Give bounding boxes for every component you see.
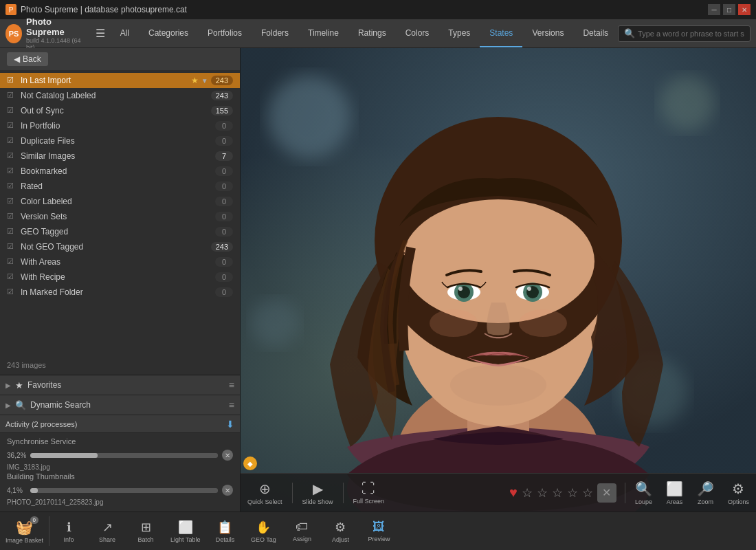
toolbar-separator [292, 483, 293, 503]
state-item-similar-images[interactable]: ☑ Similar Images 7 [0, 148, 240, 164]
back-chevron-icon: ◀ [14, 54, 20, 64]
state-item-not-catalog-labeled[interactable]: ☑ Not Catalog Labeled 243 [0, 88, 240, 103]
state-item-rated[interactable]: ☑ Rated 0 [0, 179, 240, 194]
maximize-button[interactable]: □ [723, 4, 735, 15]
full-screen-label: Full Screen [353, 498, 385, 505]
reject-button[interactable]: ✕ [597, 483, 616, 503]
tab-versions[interactable]: Versions [522, 19, 573, 47]
share-label: Share [99, 536, 115, 543]
image-basket-button[interactable]: 🧺 0 Image Basket [0, 512, 49, 550]
count-badge: 0 [215, 197, 233, 206]
state-item-not-geo-tagged[interactable]: ☑ Not GEO Tagged 243 [0, 239, 240, 254]
photo-display: ◆ [241, 48, 756, 512]
preview-label: Preview [368, 536, 390, 542]
state-item-color-labeled[interactable]: ☑ Color Labeled 0 [0, 194, 240, 209]
tab-portfolios[interactable]: Portfolios [198, 19, 252, 47]
states-list: ☑ In Last Import ★ ▼ 243 ☑ Not Catalog L… [0, 70, 240, 355]
info-button[interactable]: ℹ Info [49, 512, 88, 550]
share-button[interactable]: ↗ Share [88, 512, 126, 550]
tab-details[interactable]: Details [573, 19, 618, 47]
assign-button[interactable]: 🏷 Assign [282, 512, 321, 550]
state-item-with-recipe[interactable]: ☑ With Recipe 0 [0, 270, 240, 285]
areas-button[interactable]: ⬜ Areas [659, 474, 690, 512]
app-logo: PS [5, 24, 22, 43]
adjust-button[interactable]: ⚙ Adjust [321, 512, 359, 550]
state-label: Similar Images [21, 151, 215, 161]
count-badge: 0 [215, 166, 233, 176]
activity-label: Activity (2 processes) [5, 420, 226, 428]
state-item-in-marked-folder[interactable]: ☑ In Marked Folder 0 [0, 285, 240, 300]
light-table-icon: ⬜ [178, 520, 193, 535]
state-item-in-portfolio[interactable]: ☑ In Portfolio 0 [0, 118, 240, 133]
main-layout: ◀ Back ☑ In Last Import ★ ▼ 243 ☑ Not Ca… [0, 48, 756, 512]
check-icon: ☑ [7, 151, 16, 161]
state-item-in-last-import[interactable]: ☑ In Last Import ★ ▼ 243 [0, 73, 240, 88]
state-item-with-areas[interactable]: ☑ With Areas 0 [0, 254, 240, 270]
dynamic-search-toggle-icon: ▶ [5, 402, 11, 409]
tab-colors[interactable]: Colors [396, 19, 439, 47]
zoom-button[interactable]: 🔎 Zoom [690, 474, 721, 512]
progress-cancel-1[interactable]: ✕ [222, 450, 233, 461]
search-area[interactable]: 🔍 [618, 25, 751, 42]
favorites-menu-icon[interactable]: ≡ [229, 380, 234, 390]
close-button[interactable]: ✕ [738, 4, 751, 15]
state-label: Rated [21, 182, 215, 191]
adjust-label: Adjust [332, 536, 349, 543]
state-item-geo-tagged[interactable]: ☑ GEO Tagged 0 [0, 224, 240, 239]
light-table-button[interactable]: ⬜ Light Table [165, 512, 205, 550]
tab-all[interactable]: All [111, 19, 139, 47]
slide-show-button[interactable]: ▶ Slide Show [296, 474, 340, 512]
check-icon: ☑ [7, 182, 16, 191]
loupe-button[interactable]: 🔍 Loupe [628, 474, 659, 512]
favorites-panel-header[interactable]: ▶ ★ Favorites ≡ [0, 375, 240, 395]
state-item-version-sets[interactable]: ☑ Version Sets 0 [0, 209, 240, 224]
progress-row-2: 4,1% ✕ [7, 485, 233, 496]
heart-button[interactable]: ♥ [509, 485, 518, 500]
favorites-toggle-icon: ▶ [5, 382, 11, 389]
state-item-out-of-sync[interactable]: ☑ Out of Sync 155 [0, 103, 240, 118]
check-icon: ☑ [7, 91, 16, 100]
tab-timeline[interactable]: Timeline [298, 19, 348, 47]
tab-folders[interactable]: Folders [252, 19, 298, 47]
search-input[interactable] [638, 30, 744, 38]
details-button[interactable]: 📋 Details [205, 512, 244, 550]
options-button[interactable]: ⚙ Options [721, 474, 756, 512]
quick-select-button[interactable]: ⊕ Quick Select [241, 474, 289, 512]
star-4-button[interactable]: ☆ [567, 485, 578, 500]
portrait-image [241, 48, 756, 512]
areas-icon: ⬜ [666, 481, 683, 497]
search-icon: 🔍 [624, 28, 635, 38]
tab-categories[interactable]: Categories [139, 19, 198, 47]
tab-types[interactable]: Types [438, 19, 480, 47]
adjust-icon: ⚙ [335, 520, 346, 535]
hamburger-menu[interactable]: ☰ [96, 27, 105, 40]
loupe-label: Loupe [635, 498, 652, 505]
minimize-button[interactable]: ─ [708, 4, 720, 15]
batch-button[interactable]: ⊞ Batch [126, 512, 165, 550]
dynamic-search-panel-header[interactable]: ▶ 🔍 Dynamic Search ≡ [0, 395, 240, 415]
state-item-bookmarked[interactable]: ☑ Bookmarked 0 [0, 164, 240, 179]
back-button[interactable]: ◀ Back [7, 52, 48, 66]
back-label: Back [23, 54, 41, 64]
options-label: Options [728, 498, 749, 505]
preview-button[interactable]: 🖼 Preview [359, 512, 398, 550]
window-controls: ─ □ ✕ [708, 4, 751, 15]
star-2-button[interactable]: ☆ [537, 485, 548, 500]
state-label: With Areas [21, 257, 215, 267]
star-5-button[interactable]: ☆ [582, 485, 593, 500]
tab-states[interactable]: States [480, 19, 522, 47]
progress-cancel-2[interactable]: ✕ [222, 485, 233, 496]
sidebar-bottom: ▶ ★ Favorites ≡ ▶ 🔍 Dynamic Search ≡ Act… [0, 375, 240, 512]
geo-tag-button[interactable]: ✋ GEO Tag [244, 512, 282, 550]
batch-label: Batch [138, 536, 154, 543]
check-icon: ☑ [7, 212, 16, 221]
star-icon: ★ [191, 76, 199, 85]
state-item-duplicate-files[interactable]: ☑ Duplicate Files 0 [0, 133, 240, 148]
star-3-button[interactable]: ☆ [552, 485, 563, 500]
count-badge: 243 [211, 76, 233, 85]
dynamic-search-menu-icon[interactable]: ≡ [229, 399, 234, 410]
full-screen-button[interactable]: ⛶ Full Screen [346, 474, 392, 512]
star-1-button[interactable]: ☆ [522, 485, 533, 500]
tab-ratings[interactable]: Ratings [348, 19, 396, 47]
quick-select-label: Quick Select [247, 498, 282, 505]
